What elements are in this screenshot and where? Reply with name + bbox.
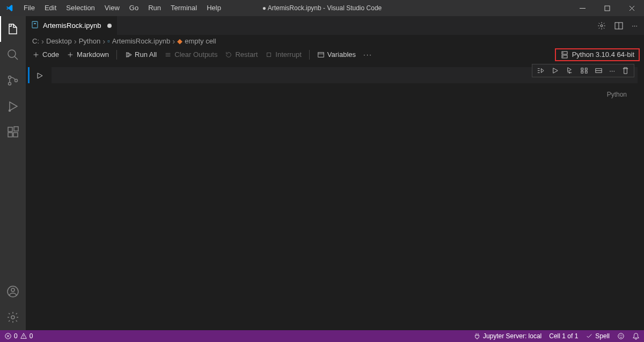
warning-icon bbox=[20, 332, 27, 340]
svg-point-4 bbox=[9, 83, 11, 85]
run-debug-icon[interactable] bbox=[0, 93, 26, 119]
toolbar-more-icon[interactable]: ··· bbox=[363, 50, 372, 59]
svg-point-2 bbox=[8, 50, 16, 57]
vscode-logo-icon bbox=[0, 4, 19, 12]
svg-point-23 bbox=[562, 53, 563, 53]
cell: ··· Python bbox=[26, 67, 644, 83]
breadcrumb-item[interactable]: Python bbox=[79, 37, 100, 45]
svg-rect-1 bbox=[605, 6, 610, 11]
menu-file[interactable]: File bbox=[19, 0, 40, 16]
spell-status[interactable]: Spell bbox=[586, 332, 610, 340]
svg-point-13 bbox=[11, 316, 14, 319]
chevron-right-icon: › bbox=[103, 37, 105, 46]
cell-position-status[interactable]: Cell 1 of 1 bbox=[549, 332, 578, 340]
accounts-icon[interactable] bbox=[0, 279, 26, 304]
notebook-file-icon bbox=[31, 20, 40, 31]
dirty-indicator-icon bbox=[107, 24, 112, 28]
svg-rect-7 bbox=[8, 127, 12, 132]
notebook-toolbar: Code Markdown Run All Clear Outputs Rest… bbox=[26, 47, 644, 63]
settings-gear-icon[interactable] bbox=[0, 304, 26, 330]
svg-rect-0 bbox=[580, 8, 586, 9]
split-editor-icon[interactable] bbox=[614, 21, 623, 30]
menu-go[interactable]: Go bbox=[125, 0, 143, 16]
toggle-output-icon[interactable] bbox=[595, 67, 603, 75]
svg-rect-9 bbox=[13, 133, 18, 137]
cell-gutter bbox=[28, 67, 52, 83]
cell-icon: ◆ bbox=[177, 37, 182, 45]
explorer-icon[interactable] bbox=[0, 16, 26, 42]
notifications-icon[interactable] bbox=[632, 332, 640, 340]
menu-run[interactable]: Run bbox=[143, 0, 166, 16]
svg-rect-25 bbox=[581, 68, 583, 70]
svg-rect-26 bbox=[586, 68, 588, 70]
error-icon bbox=[4, 332, 12, 340]
svg-point-31 bbox=[618, 333, 624, 339]
svg-rect-8 bbox=[8, 133, 12, 137]
cell-more-icon[interactable]: ··· bbox=[609, 67, 615, 75]
add-code-button[interactable]: Code bbox=[32, 50, 59, 59]
svg-point-16 bbox=[601, 25, 603, 27]
settings-gear-icon[interactable] bbox=[597, 21, 606, 30]
tab-active[interactable]: ArtemisRock.ipynb bbox=[26, 16, 118, 35]
breadcrumb-item[interactable]: ▫ArtemisRock.ipynb bbox=[107, 37, 170, 45]
svg-point-6 bbox=[9, 110, 11, 112]
svg-point-5 bbox=[15, 79, 18, 82]
svg-point-12 bbox=[11, 288, 14, 292]
run-by-line-icon[interactable] bbox=[537, 67, 545, 75]
run-cell-button[interactable] bbox=[35, 71, 44, 82]
minimize-button[interactable] bbox=[570, 0, 595, 16]
more-actions-icon[interactable]: ··· bbox=[632, 21, 638, 30]
cell-language-label[interactable]: Python bbox=[607, 91, 627, 98]
svg-point-33 bbox=[621, 335, 622, 336]
svg-rect-10 bbox=[14, 127, 18, 131]
feedback-icon[interactable] bbox=[617, 332, 625, 340]
separator bbox=[116, 50, 117, 60]
notebook-file-icon: ▫ bbox=[107, 37, 110, 45]
activity-bar bbox=[0, 16, 26, 330]
title-bar: File Edit Selection View Go Run Terminal… bbox=[0, 0, 644, 16]
delete-cell-icon[interactable] bbox=[621, 67, 630, 75]
menu-edit[interactable]: Edit bbox=[40, 0, 61, 16]
kernel-picker-button[interactable]: Python 3.10.4 64-bit bbox=[555, 48, 640, 61]
clear-outputs-button[interactable]: Clear Outputs bbox=[164, 50, 217, 59]
menu-terminal[interactable]: Terminal bbox=[166, 0, 202, 16]
maximize-button[interactable] bbox=[595, 0, 619, 16]
svg-rect-20 bbox=[318, 52, 324, 57]
close-button[interactable] bbox=[619, 0, 644, 16]
kernel-label: Python 3.10.4 64-bit bbox=[572, 50, 634, 59]
variables-button[interactable]: Variables bbox=[317, 50, 356, 59]
execute-cell-icon[interactable] bbox=[551, 67, 559, 75]
jupyter-server-status[interactable]: Jupyter Server: local bbox=[473, 332, 541, 340]
window-controls bbox=[570, 0, 644, 16]
interrupt-button[interactable]: Interrupt bbox=[265, 50, 301, 59]
source-control-icon[interactable] bbox=[0, 68, 26, 93]
svg-rect-14 bbox=[32, 21, 38, 28]
chevron-right-icon: › bbox=[74, 37, 77, 46]
split-cell-icon[interactable] bbox=[580, 67, 588, 75]
cell-toolbar: ··· bbox=[532, 64, 634, 77]
add-markdown-button[interactable]: Markdown bbox=[67, 50, 109, 59]
extensions-icon[interactable] bbox=[0, 119, 26, 145]
execute-below-icon[interactable] bbox=[566, 67, 574, 75]
breadcrumbs: C: › Desktop › Python › ▫ArtemisRock.ipy… bbox=[26, 35, 644, 47]
menu-selection[interactable]: Selection bbox=[61, 0, 99, 16]
chevron-right-icon: › bbox=[41, 37, 44, 46]
svg-rect-15 bbox=[34, 23, 36, 24]
run-all-button[interactable]: Run All bbox=[125, 50, 157, 59]
restart-button[interactable]: Restart bbox=[225, 50, 258, 59]
breadcrumb-item[interactable]: C: bbox=[32, 37, 39, 45]
status-bar: 0 0 Jupyter Server: local Cell 1 of 1 Sp… bbox=[0, 330, 644, 342]
tab-bar: ArtemisRock.ipynb ··· bbox=[26, 16, 644, 35]
breadcrumb-item[interactable]: ◆empty cell bbox=[177, 37, 216, 45]
menu-bar: File Edit Selection View Go Run Terminal… bbox=[19, 0, 226, 16]
breadcrumb-item[interactable]: Desktop bbox=[46, 37, 72, 45]
editor-area: ··· Python bbox=[26, 63, 644, 330]
svg-rect-19 bbox=[267, 53, 271, 56]
problems-status[interactable]: 0 0 bbox=[4, 332, 33, 340]
tab-filename: ArtemisRock.ipynb bbox=[43, 21, 101, 30]
svg-point-3 bbox=[9, 76, 11, 79]
menu-view[interactable]: View bbox=[100, 0, 125, 16]
menu-help[interactable]: Help bbox=[202, 0, 226, 16]
search-icon[interactable] bbox=[0, 42, 26, 68]
check-icon bbox=[586, 332, 593, 340]
